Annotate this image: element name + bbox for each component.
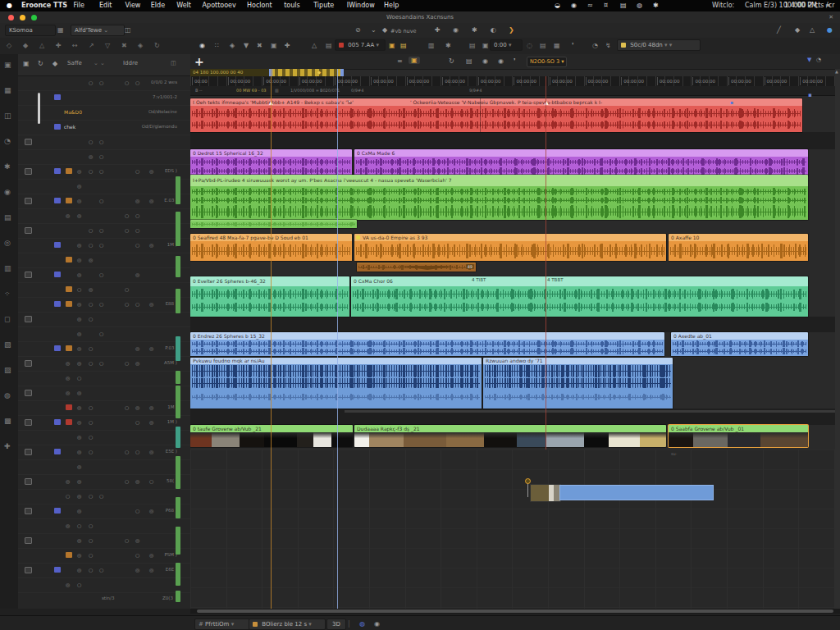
rail-blocks-icon[interactable]: ▩ xyxy=(4,417,11,425)
expander-icon[interactable] xyxy=(25,360,32,367)
panel-icon[interactable]: ▤ xyxy=(326,42,332,49)
wedge-tool-icon[interactable]: ▽ xyxy=(105,42,110,49)
eye-icon[interactable]: ◎ xyxy=(77,183,81,189)
circle-toggle-icon[interactable]: ○ xyxy=(99,360,103,366)
rail-mixer-icon[interactable]: ▥ xyxy=(4,264,11,272)
eye-icon[interactable]: ◎ xyxy=(149,552,153,558)
circle-toggle-icon[interactable]: ○ xyxy=(77,375,81,381)
circle-toggle-icon[interactable]: ○ xyxy=(89,301,93,307)
eye-icon[interactable]: ◎ xyxy=(135,272,139,277)
apple-menu-icon[interactable]: ● xyxy=(7,0,12,11)
circle-toggle-icon[interactable]: ○ xyxy=(89,419,93,425)
circle-toggle-icon[interactable]: ○ xyxy=(89,434,93,440)
tree-icon[interactable]: ◆ xyxy=(52,60,57,67)
eye-icon[interactable]: ◎ xyxy=(149,168,153,174)
eye-icon[interactable]: ◎ xyxy=(89,257,93,262)
eye-icon[interactable]: ◎ xyxy=(135,478,139,484)
circle-toggle-icon[interactable]: ○ xyxy=(99,227,103,233)
circle-toggle-icon[interactable]: ○ xyxy=(89,345,93,351)
marker-orange-icon[interactable]: ▣ xyxy=(389,42,395,49)
clip-blue2[interactable]: Pvkuwu foudno mqk ar ns/Au xyxy=(190,358,482,409)
eye-icon[interactable]: ◎ xyxy=(77,242,81,248)
circle-toggle-icon[interactable]: ○ xyxy=(77,286,81,292)
circle-toggle-icon[interactable]: ○ xyxy=(99,80,103,85)
timeline-marker[interactable]: 9/9#4 xyxy=(469,88,482,93)
circle-toggle-icon[interactable]: ○ xyxy=(89,552,93,558)
eye-icon[interactable]: ◎ xyxy=(77,345,81,351)
playhead-orange[interactable] xyxy=(271,69,272,609)
timeline-marker[interactable]: 00 MW 69 - 03 xyxy=(236,88,267,93)
enable-blue-icon[interactable] xyxy=(54,124,61,130)
circle-toggle-icon[interactable]: ○ xyxy=(66,493,70,499)
user-status-icon[interactable]: ◉ xyxy=(374,620,380,628)
expander-icon[interactable] xyxy=(25,419,32,426)
horizontal-scroll-thumb[interactable] xyxy=(197,609,833,613)
eye-icon[interactable]: ◎ xyxy=(77,478,81,484)
eye-icon[interactable]: ◎ xyxy=(77,331,81,336)
circle-toggle-icon[interactable]: ○ xyxy=(125,286,129,292)
menu-item-hoclont[interactable]: Hoclont xyxy=(247,0,272,11)
circle-toggle-icon[interactable]: ○ xyxy=(135,242,139,248)
rotate-tool-icon[interactable]: ↻ xyxy=(154,42,160,49)
eye-icon[interactable]: ◎ xyxy=(135,360,139,366)
menu-item-edit[interactable]: Edit xyxy=(99,0,112,11)
circle-toggle-icon[interactable]: ○ xyxy=(89,242,93,248)
save-icon[interactable]: ▤ xyxy=(466,57,472,65)
clip-red[interactable]: I-Oeh tekts ifmneapa's 'Mubbtinbbb+ A149… xyxy=(190,98,802,132)
circle-toggle-icon[interactable]: ○ xyxy=(125,301,129,307)
circle-toggle-icon[interactable]: ○ xyxy=(125,80,129,85)
trash-icon[interactable]: ▼ xyxy=(244,42,249,49)
rail-frame-icon[interactable]: ◻ xyxy=(4,315,10,323)
flask-tool-icon[interactable]: △ xyxy=(810,26,815,34)
arrow-tool-icon[interactable]: ↗ xyxy=(89,42,94,49)
link-icon[interactable]: ◆ xyxy=(382,26,387,34)
record-red-icon[interactable] xyxy=(66,419,72,425)
circle-toggle-icon[interactable]: ○ xyxy=(125,478,129,484)
circle-toggle-icon[interactable]: ○ xyxy=(89,567,93,573)
eye-icon[interactable]: ◎ xyxy=(77,301,81,307)
circle-toggle-icon[interactable]: ○ xyxy=(135,168,139,174)
eye-icon[interactable]: ◎ xyxy=(66,390,70,395)
flask-icon[interactable]: △ xyxy=(312,42,317,49)
effects-icon[interactable]: ✱ xyxy=(472,26,477,34)
eye-icon[interactable]: ◎ xyxy=(89,153,93,159)
enable-blue-icon[interactable] xyxy=(54,168,61,174)
timer-button-icon[interactable]: ▦ xyxy=(57,26,64,34)
eye-icon[interactable]: ◎ xyxy=(149,242,153,248)
eye-icon[interactable]: ◎ xyxy=(149,508,153,514)
circle-toggle-icon[interactable]: ○ xyxy=(135,419,139,425)
eye-icon[interactable]: ◎ xyxy=(149,419,153,425)
target-icon[interactable]: ◉ xyxy=(453,26,459,34)
expander-icon[interactable] xyxy=(25,508,32,514)
circle-toggle-icon[interactable]: ○ xyxy=(149,478,153,484)
circle-toggle-icon[interactable]: ○ xyxy=(89,523,93,528)
view-dropdown[interactable]: Alfd'Tewe ⌄ xyxy=(71,25,125,36)
vertical-zoom-slider[interactable] xyxy=(38,93,40,124)
record-enable-icon[interactable]: ▣ xyxy=(409,57,420,64)
record-orange-icon[interactable] xyxy=(66,198,72,203)
contrast-icon[interactable]: ◐ xyxy=(491,26,496,34)
menu-item-eroonce-tts[interactable]: Eroonce TTS xyxy=(21,0,67,11)
record-orange-icon[interactable] xyxy=(66,552,72,558)
eye-icon[interactable]: ◎ xyxy=(77,390,81,395)
circle-toggle-icon[interactable]: ○ xyxy=(89,80,93,85)
menu-item-view[interactable]: View xyxy=(125,0,140,11)
panel-zoom-label[interactable]: Z0(3 xyxy=(162,596,173,600)
rail-media-icon[interactable]: ▣ xyxy=(4,61,11,69)
drag-thumbnail[interactable] xyxy=(530,484,561,502)
clip-blue1[interactable]: 0 Endrez 26 Spheres b 15_32 xyxy=(190,332,664,356)
expander-icon[interactable] xyxy=(25,272,32,278)
record-orange-icon[interactable] xyxy=(66,168,72,174)
copy-icon[interactable]: ▤ xyxy=(540,42,546,49)
circle-toggle-icon[interactable]: ○ xyxy=(135,227,139,233)
eye-icon[interactable]: ◎ xyxy=(77,567,81,573)
duration-display[interactable]: 0:00 ▾ xyxy=(490,39,523,51)
circle-toggle-icon[interactable]: ○ xyxy=(77,523,81,528)
display-button-icon[interactable]: ◫ xyxy=(125,26,131,34)
enable-blue-icon[interactable] xyxy=(54,508,61,514)
expander-icon[interactable] xyxy=(25,478,32,485)
rail-list-icon[interactable]: ▤ xyxy=(4,213,11,221)
eye-icon[interactable]: ◎ xyxy=(135,537,139,543)
menu-item-welt[interactable]: Welt xyxy=(176,0,191,11)
circle-toggle-icon[interactable]: ○ xyxy=(135,301,139,307)
